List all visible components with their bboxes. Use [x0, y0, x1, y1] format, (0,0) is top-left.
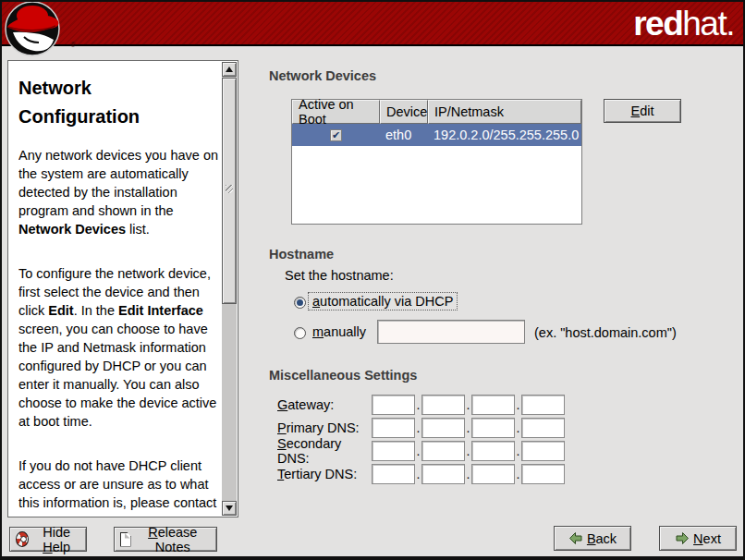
radio-manual-hostname[interactable]: [294, 327, 306, 339]
redhat-wordmark: redhat.: [633, 2, 734, 44]
help-scrollbar[interactable]: [222, 62, 237, 516]
secondary-dns-octet-1[interactable]: [372, 441, 415, 461]
help-panel: Network Configuration Any network device…: [7, 60, 238, 517]
help-title: Network Configuration: [18, 74, 189, 131]
secondary-dns-label: Secondary DNS:: [277, 436, 372, 466]
brand-hat: hat: [682, 6, 726, 41]
table-header-row: Active on Boot Device IP/Netmask: [292, 100, 581, 124]
gateway-octet-4[interactable]: [521, 395, 565, 415]
scroll-down-button[interactable]: [222, 501, 237, 516]
secondary-dns-octet-3[interactable]: [471, 441, 515, 461]
next-button[interactable]: Next: [659, 526, 737, 551]
secondary-dns-row: Secondary DNS: ...: [277, 439, 565, 462]
gateway-row: Gateway: ...: [277, 393, 565, 416]
back-arrow-icon: [568, 531, 583, 545]
misc-settings-rows: Gateway: ... Primary DNS: ... Secondary …: [277, 393, 565, 485]
column-header-ip-netmask[interactable]: IP/Netmask: [428, 100, 581, 124]
document-icon: [120, 532, 131, 547]
manual-hostname-label[interactable]: manually: [312, 324, 366, 339]
gateway-octet-3[interactable]: [471, 395, 515, 415]
tertiary-dns-label: Tertiary DNS:: [277, 467, 372, 481]
gateway-octet-2[interactable]: [421, 395, 465, 415]
help-text: Network Configuration Any network device…: [18, 67, 224, 515]
back-button[interactable]: Back: [554, 526, 631, 551]
top-banner: redhat.: [2, 2, 743, 46]
primary-dns-octet-2[interactable]: [421, 418, 465, 438]
help-paragraph-3: If you do not have DHCP client access or…: [18, 457, 224, 515]
column-header-active-on-boot[interactable]: Active on Boot: [292, 100, 380, 124]
column-header-device[interactable]: Device: [380, 100, 428, 124]
tertiary-dns-octet-2[interactable]: [421, 464, 465, 484]
primary-dns-label: Primary DNS:: [277, 420, 372, 435]
brand-red: red: [633, 6, 682, 41]
down-arrow-icon: [226, 505, 233, 511]
device-cell: eth0: [380, 124, 428, 146]
tertiary-dns-row: Tertiary DNS: ...: [277, 462, 565, 485]
table-row-eth0[interactable]: eth0 192.0.2.0/255.255.255.0: [292, 124, 581, 146]
next-arrow-icon: [675, 531, 690, 545]
help-paragraph-2: To configure the network device, first s…: [18, 264, 224, 431]
secondary-dns-octet-4[interactable]: [521, 441, 565, 461]
scrollbar-thumb[interactable]: [222, 78, 237, 304]
manual-hostname-input[interactable]: [377, 320, 525, 344]
tertiary-dns-octet-3[interactable]: [471, 464, 515, 484]
hostname-section-label: Hostname: [269, 247, 334, 262]
auto-dhcp-label[interactable]: automatically via DHCP: [308, 292, 458, 310]
hostname-example-hint: (ex. "host.domain.com"): [534, 325, 677, 340]
registered-trademark-mark: ®: [70, 41, 76, 49]
primary-dns-octet-4[interactable]: [521, 418, 565, 438]
active-on-boot-checkbox[interactable]: [330, 129, 342, 141]
misc-settings-section-label: Miscellaneous Settings: [269, 368, 417, 383]
installer-window: redhat. ® Network Configuration Any netw…: [0, 0, 745, 560]
network-devices-table: Active on Boot Device IP/Netmask eth0 19…: [291, 99, 582, 225]
gateway-label: Gateway:: [277, 397, 372, 412]
life-ring-icon: [16, 531, 29, 547]
network-devices-section-label: Network Devices: [269, 68, 376, 83]
tertiary-dns-octet-4[interactable]: [521, 464, 565, 484]
primary-dns-octet-3[interactable]: [471, 418, 515, 438]
radio-auto-dhcp[interactable]: [294, 297, 306, 309]
up-arrow-icon: [226, 67, 233, 72]
ip-netmask-cell: 192.0.2.0/255.255.255.0: [428, 124, 581, 146]
edit-button[interactable]: Edit: [604, 99, 681, 123]
redhat-shadowman-logo: [4, 2, 70, 61]
release-notes-button[interactable]: Release Notes: [114, 527, 217, 552]
tertiary-dns-octet-1[interactable]: [372, 464, 415, 484]
hide-help-button[interactable]: Hide Help: [9, 527, 87, 552]
brand-dot: .: [726, 6, 734, 41]
scroll-up-button[interactable]: [222, 62, 237, 77]
secondary-dns-octet-2[interactable]: [421, 441, 465, 461]
gateway-octet-1[interactable]: [372, 395, 415, 415]
help-paragraph-1: Any network devices you have on the syst…: [18, 146, 224, 238]
set-hostname-prompt: Set the hostname:: [285, 268, 394, 283]
primary-dns-octet-1[interactable]: [372, 418, 415, 438]
